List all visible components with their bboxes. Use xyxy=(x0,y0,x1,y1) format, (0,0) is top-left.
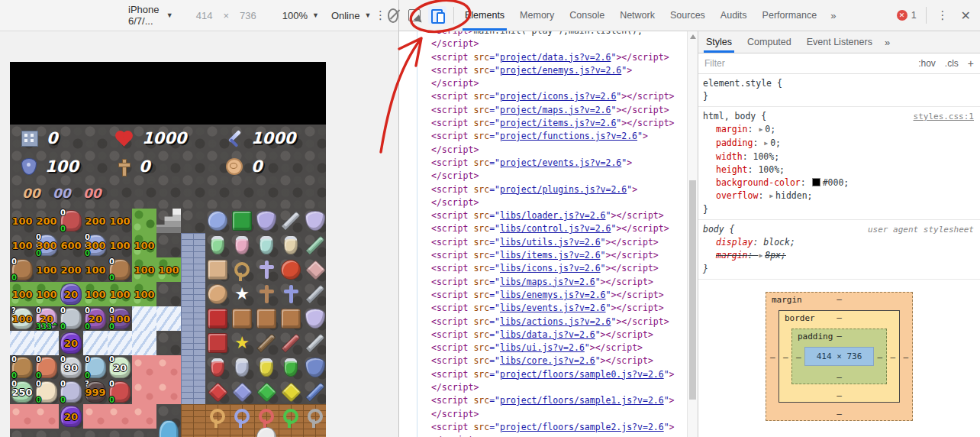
code-line[interactable]: </script> xyxy=(399,196,688,209)
css-property[interactable]: width: 100%; xyxy=(703,151,974,163)
script-src-link[interactable]: project/items.js?v=2.6 xyxy=(500,118,616,128)
device-toolbar-more-icon[interactable]: ⋮ xyxy=(375,8,386,22)
expand-icon[interactable]: ▶ xyxy=(769,189,775,202)
map-item-square[interactable] xyxy=(205,331,230,355)
rotate-device-icon[interactable] xyxy=(388,8,398,23)
map-item-diamond[interactable] xyxy=(254,380,279,404)
map-item-sword[interactable] xyxy=(254,331,279,355)
map-item-sword[interactable] xyxy=(303,282,326,306)
script-src-link[interactable]: project/icons.js?v=2.6 xyxy=(500,91,616,102)
map-item-circle[interactable] xyxy=(205,209,230,233)
code-line[interactable]: <script src="libs/core.js?v=2.6"></scrip… xyxy=(399,354,688,367)
new-style-rule-icon[interactable]: + xyxy=(968,57,974,70)
script-src-link[interactable]: libs/control.js?v=2.6 xyxy=(500,223,611,234)
device-dimensions[interactable]: 414 × 736 xyxy=(196,10,256,21)
map-item-sword[interactable] xyxy=(279,331,303,355)
code-line[interactable]: <script src="libs/utils.js?v=2.6"></scri… xyxy=(399,236,688,249)
zoom-select[interactable]: 100% ▼ xyxy=(282,10,319,21)
stylesheet-source-link[interactable]: styles.css:1 xyxy=(907,110,974,123)
sidebar-tab-computed[interactable]: Computed xyxy=(740,31,799,53)
code-line[interactable]: <script src="project/floors/sample0.js?v… xyxy=(399,368,688,381)
code-line[interactable]: <script src="libs/ui.js?v=2.6"></script> xyxy=(399,342,688,354)
tab-audits[interactable]: Audits xyxy=(713,0,755,31)
map-item-key[interactable] xyxy=(279,404,303,429)
map-item-flask[interactable] xyxy=(279,233,303,257)
scroll-up-icon[interactable] xyxy=(690,34,696,39)
tab-memory[interactable]: Memory xyxy=(512,0,562,31)
code-line[interactable]: <script src="project/icons.js?v=2.6"></s… xyxy=(399,90,688,103)
code-line[interactable]: <script src="project/maps.js?v=2.6"></sc… xyxy=(399,104,688,117)
code-line[interactable]: <script src="project/floors/sample1.js?v… xyxy=(399,394,688,407)
box-model-padding[interactable]: padding – – – – 414 × 736 xyxy=(791,329,887,384)
device-type-select[interactable]: iPhone 6/7/... ▼ xyxy=(128,4,173,27)
map-item-cross[interactable] xyxy=(279,282,303,306)
script-src-link[interactable]: libs/maps.js?v=2.6 xyxy=(500,277,595,287)
map-item-key[interactable] xyxy=(303,404,326,429)
sidebar-tab-event-listeners[interactable]: Event Listeners xyxy=(799,31,880,53)
script-src-link[interactable]: libs/items.js?v=2.6 xyxy=(500,250,601,261)
code-line[interactable]: <script src="libs/items.js?v=2.6"></scri… xyxy=(399,249,688,262)
stylesheet-source-link[interactable]: user agent stylesheet xyxy=(862,223,974,236)
css-rule[interactable]: element.style {} xyxy=(698,74,980,107)
map-sprite-hero[interactable] xyxy=(156,429,181,437)
elements-scrollbar[interactable] xyxy=(687,31,698,437)
script-src-link[interactable]: libs/events.js?v=2.6 xyxy=(500,303,605,313)
code-line[interactable]: <script src="project/floors/sample2.js?v… xyxy=(399,421,688,434)
tab-console[interactable]: Console xyxy=(562,0,612,31)
script-src-link[interactable]: project/functions.js?v=2.6 xyxy=(500,131,637,141)
more-panels-icon[interactable]: » xyxy=(824,0,842,31)
map-item-flask[interactable] xyxy=(279,355,303,380)
inspect-element-icon[interactable] xyxy=(408,9,421,21)
script-src-link[interactable]: project/events.js?v=2.6 xyxy=(500,157,621,168)
code-line[interactable]: <script src="libs/icons.js?v=2.6"></scri… xyxy=(399,262,688,275)
styles-filter-input[interactable]: Filter xyxy=(704,58,725,69)
tab-elements[interactable]: Elements xyxy=(457,0,512,31)
tab-network[interactable]: Network xyxy=(612,0,662,31)
map-item-sword[interactable] xyxy=(303,331,326,355)
script-src-link[interactable]: project/maps.js?v=2.6 xyxy=(500,105,611,115)
map-item-circle[interactable] xyxy=(205,282,230,306)
code-line[interactable]: </script> xyxy=(399,77,688,90)
code-line[interactable]: </script> xyxy=(399,381,688,394)
map-item-flask[interactable] xyxy=(205,233,230,257)
map-item-flask[interactable] xyxy=(230,233,254,257)
css-rule[interactable]: body {user agent stylesheetdisplay: bloc… xyxy=(698,220,980,280)
script-src-link[interactable]: libs/ui.js?v=2.6 xyxy=(500,342,585,353)
code-line[interactable]: <script src="libs/maps.js?v=2.6"></scrip… xyxy=(399,276,688,289)
code-line[interactable]: <script src="libs/actions.js?v=2.6"></sc… xyxy=(399,316,688,329)
code-line[interactable]: <script>main.init('play');main.listen(); xyxy=(399,31,688,37)
css-property[interactable]: background-color: #000; xyxy=(703,176,974,189)
map-item-diamond[interactable] xyxy=(205,380,230,404)
code-line[interactable]: </script> xyxy=(399,37,688,50)
map-item-sword[interactable] xyxy=(303,380,326,404)
map-item-diamond[interactable] xyxy=(230,380,254,404)
script-src-link[interactable]: libs/enemys.js?v=2.6 xyxy=(500,290,605,300)
map-item-flask[interactable] xyxy=(230,355,254,380)
map-item-cross[interactable] xyxy=(254,257,279,282)
map-item-square[interactable] xyxy=(254,306,279,331)
dom-tree[interactable]: <script>main.init('play');main.listen();… xyxy=(399,31,688,437)
expand-icon[interactable]: ▶ xyxy=(758,249,765,262)
box-model-border[interactable]: border – – – – padding – – – – 41 xyxy=(779,310,900,403)
map-item-star[interactable] xyxy=(230,282,254,306)
network-throttle-select[interactable]: Online ▼ xyxy=(331,10,372,21)
toggle-pseudo-classes-button[interactable]: :hov xyxy=(918,58,936,69)
close-devtools-icon[interactable]: ✕ xyxy=(956,8,980,23)
game-map[interactable]: 0000000000?0333^0000000000000000000?0010… xyxy=(10,209,326,437)
map-item-flask[interactable] xyxy=(205,355,230,380)
script-src-link[interactable]: project/floors/sample0.js?v=2.6 xyxy=(500,369,664,380)
code-line[interactable]: </script> xyxy=(399,170,688,183)
map-item-sword[interactable] xyxy=(279,209,303,233)
map-item-square[interactable] xyxy=(205,257,230,282)
css-property[interactable]: margin: ▶8px; xyxy=(703,249,974,263)
map-item-shield[interactable] xyxy=(303,209,326,233)
css-property[interactable]: display: block; xyxy=(703,236,974,249)
map-item-cross[interactable] xyxy=(254,282,279,306)
code-line[interactable]: <script src="project/data.js?v=2.6"></sc… xyxy=(399,51,688,64)
script-src-link[interactable]: libs/utils.js?v=2.6 xyxy=(500,237,601,248)
map-item-diamond[interactable] xyxy=(303,257,326,282)
code-line[interactable]: </script> xyxy=(399,408,688,421)
script-src-link[interactable]: libs/core.js?v=2.6 xyxy=(500,355,595,366)
code-line[interactable]: <script src="libs/control.js?v=2.6"></sc… xyxy=(399,222,688,235)
code-line[interactable]: <script src="libs/data.js?v=2.6"></scrip… xyxy=(399,329,688,342)
